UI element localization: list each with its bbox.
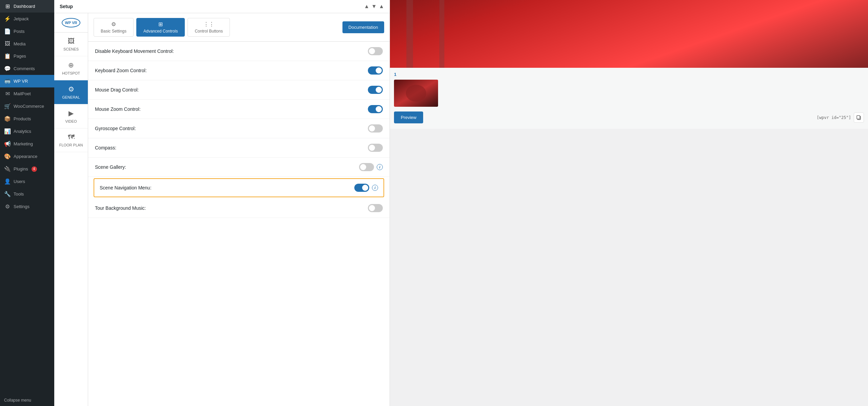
scene-list: 1: [394, 72, 864, 107]
posts-icon: 📄: [4, 28, 11, 35]
chevron-down-icon[interactable]: ▼: [371, 3, 377, 9]
sidebar-item-posts[interactable]: 📄 Posts: [0, 25, 54, 38]
right-panel: 1 Pr: [390, 0, 868, 406]
sidebar-item-woocommerce[interactable]: 🛒 WooCommerce: [0, 100, 54, 113]
general-icon: ⚙: [68, 85, 74, 93]
collapse-menu-label: Collapse menu: [4, 398, 31, 403]
setup-sidebar-general[interactable]: ⚙ GENERAL: [54, 80, 88, 104]
plugins-icon: 🔌: [4, 166, 11, 172]
scene-navigation-info-icon[interactable]: i: [372, 185, 378, 191]
wp-vr-icon: 🥽: [4, 78, 11, 84]
hotspot-label: HOTSPOT: [62, 71, 80, 75]
sidebar-item-wp-vr[interactable]: 🥽 WP VR: [0, 75, 54, 87]
scenes-label: SCENES: [63, 47, 79, 51]
sidebar-item-dashboard[interactable]: ⊞ Dashboard: [0, 0, 54, 13]
setting-gyroscope: Gyroscope Control:: [88, 119, 390, 138]
svg-rect-2: [407, 0, 413, 68]
sidebar-item-users[interactable]: 👤 Users: [0, 175, 54, 188]
setting-keyboard-zoom: Keyboard Zoom Control:: [88, 61, 390, 80]
sidebar-item-appearance[interactable]: 🎨 Appearance: [0, 150, 54, 163]
settings-icon: ⚙: [4, 203, 11, 210]
copy-shortcode-button[interactable]: [854, 113, 864, 123]
disable-keyboard-toggle[interactable]: [368, 47, 383, 55]
jetpack-icon: ⚡: [4, 16, 11, 22]
setup-header: Setup ▲ ▼ ▲: [54, 0, 390, 13]
copy-icon: [856, 115, 862, 120]
scene-gallery-label: Scene Gallery:: [95, 164, 126, 170]
svg-rect-3: [439, 0, 445, 68]
svg-point-5: [406, 85, 426, 102]
vr-preview-image: [390, 0, 868, 68]
sidebar-item-label: MailPoet: [14, 91, 31, 96]
svg-rect-0: [390, 0, 868, 68]
sidebar-item-mailpoet[interactable]: ✉ MailPoet: [0, 87, 54, 100]
gyroscope-toggle[interactable]: [368, 124, 383, 133]
sidebar-item-label: Settings: [14, 204, 29, 209]
tab-advanced-controls[interactable]: ⊞ Advanced Controls: [136, 18, 185, 37]
sidebar-item-jetpack[interactable]: ⚡ Jetpack: [0, 13, 54, 25]
preview-button[interactable]: Preview: [394, 111, 423, 123]
scene-gallery-controls: i: [359, 163, 383, 171]
scene-thumbnail[interactable]: [394, 80, 438, 107]
disable-keyboard-label: Disable Keyboard Movement Control:: [95, 48, 174, 54]
tab-basic-settings[interactable]: ⚙ Basic Settings: [94, 18, 134, 37]
sidebar-item-label: Tools: [14, 191, 24, 197]
mouse-zoom-toggle[interactable]: [368, 105, 383, 113]
sidebar-item-label: Pages: [14, 54, 26, 59]
svg-rect-7: [857, 116, 860, 119]
sidebar-item-comments[interactable]: 💬 Comments: [0, 62, 54, 75]
appearance-icon: 🎨: [4, 153, 11, 160]
sidebar-item-marketing[interactable]: 📢 Marketing: [0, 138, 54, 150]
setup-sidebar-hotspot[interactable]: ⊕ HOTSPOT: [54, 56, 88, 80]
plugins-badge: 4: [32, 166, 37, 172]
video-icon: ▶: [68, 109, 74, 117]
preview-shortcode-row: Preview [wpvr id="25"]: [394, 110, 864, 125]
expand-icon[interactable]: ▲: [379, 3, 384, 9]
mouse-drag-toggle[interactable]: [368, 86, 383, 94]
sidebar-item-products[interactable]: 📦 Products: [0, 113, 54, 125]
floor-plan-icon: 🗺: [68, 133, 75, 141]
disable-keyboard-slider: [368, 47, 383, 55]
setting-scene-gallery: Scene Gallery: i: [88, 158, 390, 177]
keyboard-zoom-label: Keyboard Zoom Control:: [95, 68, 147, 73]
tour-background-toggle[interactable]: [368, 204, 383, 212]
compass-toggle[interactable]: [368, 144, 383, 152]
compass-slider: [368, 144, 383, 152]
tab-control-buttons[interactable]: ⋮⋮ Control Buttons: [188, 18, 230, 37]
compass-label: Compass:: [95, 145, 116, 150]
scene-navigation-controls: i: [354, 184, 378, 192]
setting-scene-navigation: Scene Navigation Menu: i: [94, 178, 384, 197]
marketing-icon: 📢: [4, 141, 11, 147]
setting-mouse-drag: Mouse Drag Control:: [88, 80, 390, 100]
floor-plan-label: FLOOR PLAN: [59, 143, 83, 147]
sidebar-item-plugins[interactable]: 🔌 Plugins 4: [0, 163, 54, 175]
mouse-drag-label: Mouse Drag Control:: [95, 87, 139, 93]
collapse-menu-button[interactable]: Collapse menu: [0, 394, 54, 406]
scene-navigation-label: Scene Navigation Menu:: [100, 185, 152, 190]
scene-counter: 1: [394, 72, 396, 77]
scene-gallery-toggle[interactable]: [359, 163, 374, 171]
setup-sidebar-scenes[interactable]: 🖼 SCENES: [54, 33, 88, 56]
setup-sidebar-video[interactable]: ▶ VIDEO: [54, 104, 88, 128]
sidebar-item-label: Marketing: [14, 141, 33, 146]
documentation-button[interactable]: Documentation: [342, 21, 384, 33]
keyboard-zoom-toggle[interactable]: [368, 66, 383, 75]
scene-gallery-info-icon[interactable]: i: [377, 164, 383, 170]
setting-compass: Compass:: [88, 138, 390, 158]
setup-sidebar: WP VR 🖼 SCENES ⊕ HOTSPOT ⚙ GENERAL ▶ VID…: [54, 13, 88, 406]
sidebar-item-analytics[interactable]: 📊 Analytics: [0, 125, 54, 138]
preview-image: [390, 0, 868, 68]
sidebar-item-settings[interactable]: ⚙ Settings: [0, 200, 54, 213]
setup-title: Setup: [60, 4, 73, 9]
analytics-icon: 📊: [4, 128, 11, 135]
setup-sidebar-floor-plan[interactable]: 🗺 FLOOR PLAN: [54, 128, 88, 152]
chevron-up-icon[interactable]: ▲: [364, 3, 369, 9]
comments-icon: 💬: [4, 65, 11, 72]
sidebar-item-pages[interactable]: 📋 Pages: [0, 50, 54, 62]
sidebar-item-media[interactable]: 🖼 Media: [0, 38, 54, 50]
pages-icon: 📋: [4, 53, 11, 59]
sidebar-item-label: WP VR: [14, 79, 28, 84]
sidebar-item-tools[interactable]: 🔧 Tools: [0, 188, 54, 200]
tools-icon: 🔧: [4, 191, 11, 197]
scene-navigation-toggle[interactable]: [354, 184, 369, 192]
